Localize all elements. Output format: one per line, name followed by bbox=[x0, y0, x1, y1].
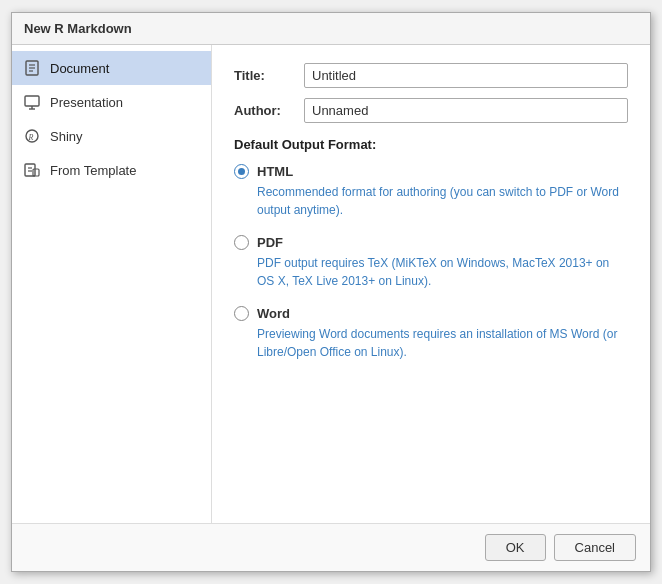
pdf-format-option: PDF PDF output requires TeX (MiKTeX on W… bbox=[234, 235, 628, 290]
author-label: Author: bbox=[234, 103, 304, 118]
sidebar-item-document-label: Document bbox=[50, 61, 109, 76]
pdf-format-header: PDF bbox=[234, 235, 628, 250]
sidebar-item-presentation[interactable]: Presentation bbox=[12, 85, 211, 119]
from-template-icon bbox=[22, 160, 42, 180]
html-format-header: HTML bbox=[234, 164, 628, 179]
svg-text:R: R bbox=[28, 133, 34, 142]
ok-button[interactable]: OK bbox=[485, 534, 546, 561]
main-content: Title: Author: Default Output Format: HT… bbox=[212, 45, 650, 523]
sidebar: Document Presentation R bbox=[12, 45, 212, 523]
title-row: Title: bbox=[234, 63, 628, 88]
word-format-name: Word bbox=[257, 306, 290, 321]
html-radio[interactable] bbox=[234, 164, 249, 179]
shiny-icon: R bbox=[22, 126, 42, 146]
sidebar-item-document[interactable]: Document bbox=[12, 51, 211, 85]
sidebar-item-shiny[interactable]: R Shiny bbox=[12, 119, 211, 153]
pdf-radio[interactable] bbox=[234, 235, 249, 250]
title-label: Title: bbox=[234, 68, 304, 83]
sidebar-item-shiny-label: Shiny bbox=[50, 129, 83, 144]
word-format-description: Previewing Word documents requires an in… bbox=[257, 325, 628, 361]
word-radio[interactable] bbox=[234, 306, 249, 321]
word-format-option: Word Previewing Word documents requires … bbox=[234, 306, 628, 361]
svg-rect-12 bbox=[33, 169, 39, 176]
pdf-format-name: PDF bbox=[257, 235, 283, 250]
author-input[interactable] bbox=[304, 98, 628, 123]
presentation-icon bbox=[22, 92, 42, 112]
title-input[interactable] bbox=[304, 63, 628, 88]
pdf-format-description: PDF output requires TeX (MiKTeX on Windo… bbox=[257, 254, 628, 290]
output-format-section-title: Default Output Format: bbox=[234, 137, 628, 152]
new-rmarkdown-dialog: New R Markdown Document bbox=[11, 12, 651, 572]
dialog-title: New R Markdown bbox=[12, 13, 650, 45]
sidebar-item-from-template-label: From Template bbox=[50, 163, 136, 178]
svg-rect-4 bbox=[25, 96, 39, 106]
html-format-option: HTML Recommended format for authoring (y… bbox=[234, 164, 628, 219]
sidebar-item-from-template[interactable]: From Template bbox=[12, 153, 211, 187]
dialog-body: Document Presentation R bbox=[12, 45, 650, 523]
word-format-header: Word bbox=[234, 306, 628, 321]
author-row: Author: bbox=[234, 98, 628, 123]
cancel-button[interactable]: Cancel bbox=[554, 534, 636, 561]
document-icon bbox=[22, 58, 42, 78]
dialog-footer: OK Cancel bbox=[12, 523, 650, 571]
sidebar-item-presentation-label: Presentation bbox=[50, 95, 123, 110]
html-format-description: Recommended format for authoring (you ca… bbox=[257, 183, 628, 219]
html-format-name: HTML bbox=[257, 164, 293, 179]
